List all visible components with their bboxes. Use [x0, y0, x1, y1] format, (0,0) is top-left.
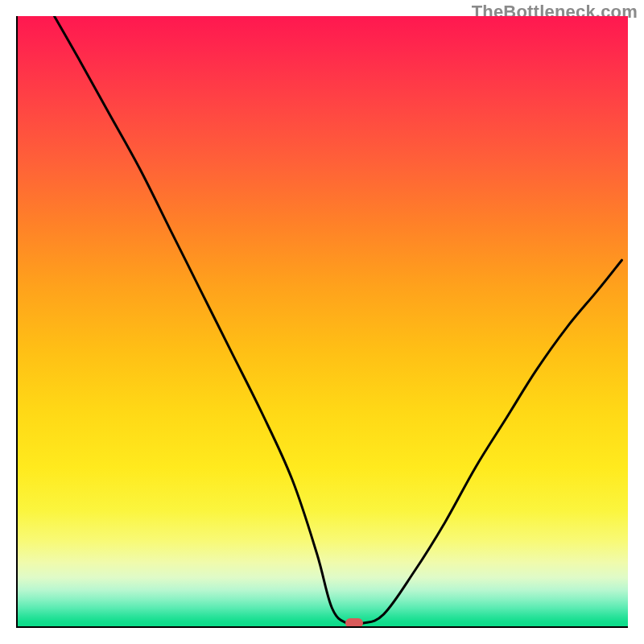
- chart-container: TheBottleneck.com: [0, 0, 644, 644]
- curve-layer: [18, 16, 628, 626]
- optimum-marker: [345, 618, 363, 628]
- bottleneck-curve: [54, 16, 621, 625]
- plot-area: [16, 16, 628, 628]
